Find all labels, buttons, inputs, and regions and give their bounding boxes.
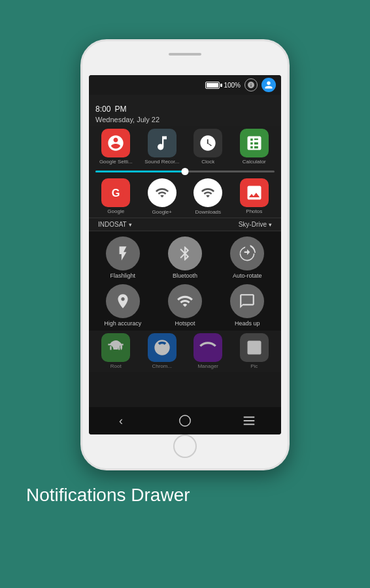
recents-button[interactable] [237,409,261,433]
app-icon-calculator [240,129,269,157]
svg-point-3 [180,416,191,427]
time-display: 8:00 PM [95,99,275,116]
list-item[interactable]: Calculator [235,129,273,165]
toggle-google-plus [148,178,177,207]
time-value: 8:00 [95,105,110,114]
list-item[interactable]: Google+ [143,178,181,215]
list-item[interactable]: Manager [189,333,227,369]
provider-right[interactable]: Sky-Drive ▾ [239,221,272,228]
list-item[interactable]: G Google [97,178,135,215]
provider-indosat: INDOSAT [98,221,127,228]
toggle-downloads [193,178,222,207]
toggle-section: Flashlight Bluetooth [89,231,281,331]
seek-bar-area [89,167,281,176]
toggle-high-accuracy[interactable]: High accuracy [98,284,148,327]
app-label: Sound Recor... [144,159,179,165]
back-button[interactable]: ‹ [109,409,133,433]
provider-row: INDOSAT ▾ Sky-Drive ▾ [89,218,281,231]
app-label: Clock [201,159,214,165]
page-title: Notifications Drawer [0,485,190,506]
bluetooth-label: Bluetooth [173,272,197,279]
accuracy-circle [106,284,140,318]
list-item[interactable]: Pic [235,333,273,369]
seek-fill [95,171,185,172]
app-icon-root [101,333,130,362]
screen: 100% 8:00 PM Wednesday, July 22 [89,75,281,434]
app-label: Chrom... [152,363,172,369]
app-row-bottom: Root Chrom... Manager Pic [89,331,281,372]
phone-speaker [169,53,201,56]
headsup-circle [230,284,264,318]
autorotate-circle [230,237,264,270]
phone-home-button [173,434,197,458]
app-icon-pic [240,333,269,362]
toggle-flashlight[interactable]: Flashlight [98,237,148,279]
avatar-icon[interactable] [261,78,276,92]
app-row-1: Google Setti... Sound Recor... Clock Cal… [89,126,281,167]
flashlight-label: Flashlight [110,272,135,279]
bluetooth-circle [168,237,202,270]
app-icon-clock [193,129,222,157]
app-row-2: G Google Google+ [89,176,281,218]
hotspot-label: Hotspot [175,320,195,327]
app-icon-manager [193,333,222,362]
status-bar: 100% [89,75,281,95]
app-label: Google+ [152,209,172,215]
toggle-heads-up[interactable]: Heads up [222,284,272,327]
app-label: Google Setti... [99,159,133,165]
autorotate-label: Auto-rotate [233,272,262,279]
seek-thumb [182,168,189,175]
list-item[interactable]: Photos [235,178,273,215]
provider-skydrive: Sky-Drive [239,221,267,228]
battery-percent: 100% [224,82,241,89]
flashlight-circle [106,237,140,270]
svg-text:G: G [112,187,120,199]
app-label: Manager [197,363,218,369]
settings-icon [244,78,258,91]
toggle-autorotate[interactable]: Auto-rotate [222,237,272,279]
toggle-hotspot[interactable]: Hotspot [160,284,210,327]
headsup-label: Heads up [235,320,260,327]
home-button[interactable] [173,409,197,433]
list-item[interactable]: Sound Recor... [143,129,181,165]
app-label: Calculator [243,159,266,165]
list-item[interactable]: Clock [189,129,227,165]
toggle-row-1: Flashlight Bluetooth [92,234,278,282]
toggle-row-2: High accuracy Hotspot [92,282,278,329]
app-label: Root [110,363,122,369]
app-label: Photos [246,208,262,214]
svg-rect-6 [244,424,255,425]
list-item[interactable]: Google Setti... [97,129,135,165]
list-item[interactable]: Root [97,333,135,369]
toggle-bluetooth[interactable]: Bluetooth [160,237,210,279]
seek-bar[interactable] [95,171,275,172]
app-icon-photos [240,178,269,207]
app-icon-chrome [148,333,177,362]
indosat-arrow: ▾ [129,221,132,228]
bottom-nav: ‹ [89,407,281,434]
svg-rect-5 [244,420,255,421]
app-label: Google [107,208,124,214]
date-display: Wednesday, July 22 [95,116,275,123]
accuracy-label: High accuracy [104,320,141,327]
skydrive-arrow: ▾ [269,221,272,228]
provider-left[interactable]: INDOSAT ▾ [98,221,132,228]
app-icon-google: G [101,178,130,207]
battery-icon [205,82,220,89]
app-label: Pic [250,363,258,369]
list-item[interactable]: Downloads [189,178,227,215]
list-item[interactable]: Chrom... [143,333,181,369]
app-label: Downloads [195,209,221,215]
phone-shell: 100% 8:00 PM Wednesday, July 22 [80,39,290,470]
hotspot-circle [168,284,202,318]
app-icon-google-settings [101,129,130,157]
time-suffix: PM [114,105,126,114]
time-area: 8:00 PM Wednesday, July 22 [89,95,281,126]
svg-rect-4 [244,417,255,418]
app-icon-sound [148,129,177,157]
